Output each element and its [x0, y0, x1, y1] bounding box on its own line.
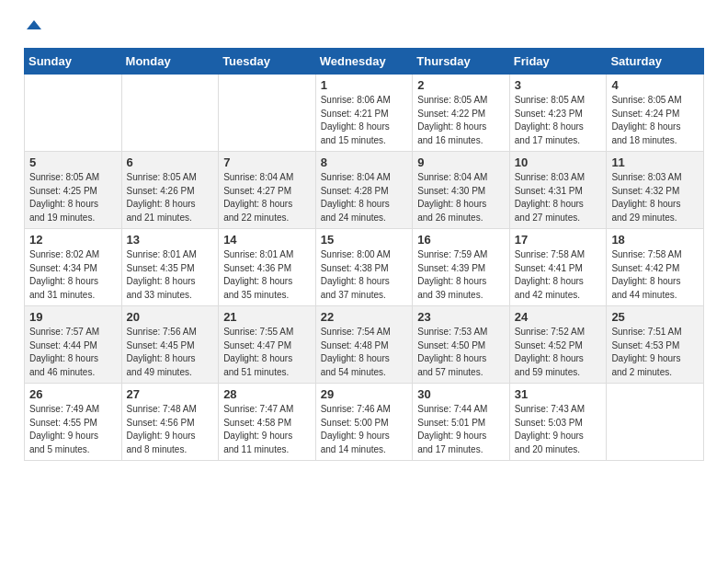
day-number: 31	[515, 387, 602, 401]
calendar-cell	[121, 75, 219, 152]
day-number: 30	[417, 387, 505, 401]
day-info: Sunrise: 7:44 AM Sunset: 5:01 PM Dayligh…	[417, 403, 505, 456]
calendar-cell: 8Sunrise: 8:04 AM Sunset: 4:28 PM Daylig…	[315, 152, 413, 229]
calendar-cell	[219, 75, 316, 152]
day-info: Sunrise: 8:03 AM Sunset: 4:32 PM Dayligh…	[611, 171, 699, 224]
day-number: 10	[515, 155, 602, 169]
calendar-cell: 27Sunrise: 7:48 AM Sunset: 4:56 PM Dayli…	[121, 384, 219, 461]
calendar-cell: 17Sunrise: 7:58 AM Sunset: 4:41 PM Dayli…	[509, 229, 607, 306]
day-info: Sunrise: 8:05 AM Sunset: 4:26 PM Dayligh…	[127, 171, 214, 224]
day-number: 4	[611, 78, 699, 92]
calendar-header-row: SundayMondayTuesdayWednesdayThursdayFrid…	[25, 49, 704, 75]
calendar-table: SundayMondayTuesdayWednesdayThursdayFrid…	[24, 48, 704, 461]
calendar-week-row: 12Sunrise: 8:02 AM Sunset: 4:34 PM Dayli…	[25, 229, 704, 306]
calendar-cell: 2Sunrise: 8:05 AM Sunset: 4:22 PM Daylig…	[413, 75, 510, 152]
day-info: Sunrise: 8:03 AM Sunset: 4:31 PM Dayligh…	[515, 171, 602, 224]
calendar-week-row: 5Sunrise: 8:05 AM Sunset: 4:25 PM Daylig…	[25, 152, 704, 229]
day-info: Sunrise: 7:43 AM Sunset: 5:03 PM Dayligh…	[515, 403, 602, 456]
day-info: Sunrise: 8:02 AM Sunset: 4:34 PM Dayligh…	[29, 248, 117, 302]
calendar-cell: 31Sunrise: 7:43 AM Sunset: 5:03 PM Dayli…	[509, 384, 607, 461]
calendar-cell: 4Sunrise: 8:05 AM Sunset: 4:24 PM Daylig…	[607, 75, 704, 152]
calendar-cell: 30Sunrise: 7:44 AM Sunset: 5:01 PM Dayli…	[413, 384, 510, 461]
day-number: 26	[29, 387, 117, 401]
calendar-cell	[25, 75, 122, 152]
day-info: Sunrise: 8:01 AM Sunset: 4:35 PM Dayligh…	[127, 248, 214, 302]
day-number: 1	[321, 78, 408, 92]
weekday-header: Friday	[509, 49, 607, 75]
calendar-cell: 10Sunrise: 8:03 AM Sunset: 4:31 PM Dayli…	[509, 152, 607, 229]
calendar-cell: 29Sunrise: 7:46 AM Sunset: 5:00 PM Dayli…	[315, 384, 413, 461]
day-info: Sunrise: 7:54 AM Sunset: 4:48 PM Dayligh…	[321, 326, 408, 379]
calendar-week-row: 19Sunrise: 7:57 AM Sunset: 4:44 PM Dayli…	[25, 306, 704, 384]
day-info: Sunrise: 8:05 AM Sunset: 4:22 PM Dayligh…	[417, 94, 505, 147]
day-number: 29	[321, 387, 408, 401]
day-info: Sunrise: 7:58 AM Sunset: 4:42 PM Dayligh…	[611, 248, 699, 302]
day-info: Sunrise: 7:48 AM Sunset: 4:56 PM Dayligh…	[127, 403, 214, 456]
page-header	[9, 9, 719, 48]
calendar-week-row: 1Sunrise: 8:06 AM Sunset: 4:21 PM Daylig…	[25, 75, 704, 152]
day-number: 7	[223, 155, 311, 169]
day-number: 15	[321, 233, 408, 247]
day-number: 16	[417, 233, 505, 247]
weekday-header: Thursday	[413, 49, 510, 75]
day-number: 14	[223, 233, 311, 247]
day-info: Sunrise: 8:06 AM Sunset: 4:21 PM Dayligh…	[321, 94, 408, 147]
logo-icon	[25, 18, 43, 37]
day-number: 24	[515, 310, 602, 324]
day-number: 13	[127, 233, 214, 247]
day-number: 22	[321, 310, 408, 324]
day-number: 25	[611, 310, 699, 324]
day-info: Sunrise: 8:05 AM Sunset: 4:24 PM Dayligh…	[611, 94, 699, 147]
weekday-header: Monday	[121, 49, 219, 75]
day-info: Sunrise: 7:59 AM Sunset: 4:39 PM Dayligh…	[417, 248, 505, 302]
calendar-cell: 13Sunrise: 8:01 AM Sunset: 4:35 PM Dayli…	[121, 229, 219, 306]
calendar-cell	[607, 384, 704, 461]
calendar-cell: 7Sunrise: 8:04 AM Sunset: 4:27 PM Daylig…	[219, 152, 316, 229]
day-info: Sunrise: 7:56 AM Sunset: 4:45 PM Dayligh…	[127, 326, 214, 379]
day-info: Sunrise: 8:04 AM Sunset: 4:27 PM Dayligh…	[223, 171, 311, 224]
day-info: Sunrise: 7:47 AM Sunset: 4:58 PM Dayligh…	[223, 403, 311, 456]
calendar-cell: 26Sunrise: 7:49 AM Sunset: 4:55 PM Dayli…	[25, 384, 122, 461]
day-number: 27	[127, 387, 214, 401]
calendar-cell: 6Sunrise: 8:05 AM Sunset: 4:26 PM Daylig…	[121, 152, 219, 229]
logo	[23, 18, 43, 40]
day-info: Sunrise: 7:55 AM Sunset: 4:47 PM Dayligh…	[223, 326, 311, 379]
weekday-header: Sunday	[25, 49, 122, 75]
day-number: 12	[29, 233, 117, 247]
calendar-cell: 15Sunrise: 8:00 AM Sunset: 4:38 PM Dayli…	[315, 229, 413, 306]
day-number: 11	[611, 155, 699, 169]
day-info: Sunrise: 7:51 AM Sunset: 4:53 PM Dayligh…	[611, 326, 699, 379]
calendar-cell: 28Sunrise: 7:47 AM Sunset: 4:58 PM Dayli…	[219, 384, 316, 461]
calendar-cell: 19Sunrise: 7:57 AM Sunset: 4:44 PM Dayli…	[25, 306, 122, 384]
calendar-cell: 5Sunrise: 8:05 AM Sunset: 4:25 PM Daylig…	[25, 152, 122, 229]
day-number: 2	[417, 78, 505, 92]
day-info: Sunrise: 7:58 AM Sunset: 4:41 PM Dayligh…	[515, 248, 602, 302]
day-info: Sunrise: 7:52 AM Sunset: 4:52 PM Dayligh…	[515, 326, 602, 379]
calendar-cell: 14Sunrise: 8:01 AM Sunset: 4:36 PM Dayli…	[219, 229, 316, 306]
day-number: 23	[417, 310, 505, 324]
day-info: Sunrise: 7:49 AM Sunset: 4:55 PM Dayligh…	[29, 403, 117, 456]
day-number: 21	[223, 310, 311, 324]
day-info: Sunrise: 7:57 AM Sunset: 4:44 PM Dayligh…	[29, 326, 117, 379]
day-info: Sunrise: 7:53 AM Sunset: 4:50 PM Dayligh…	[417, 326, 505, 379]
day-info: Sunrise: 8:05 AM Sunset: 4:23 PM Dayligh…	[515, 94, 602, 147]
weekday-header: Saturday	[607, 49, 704, 75]
calendar-cell: 24Sunrise: 7:52 AM Sunset: 4:52 PM Dayli…	[509, 306, 607, 384]
svg-marker-0	[27, 20, 41, 29]
day-number: 19	[29, 310, 117, 324]
day-number: 20	[127, 310, 214, 324]
calendar-cell: 20Sunrise: 7:56 AM Sunset: 4:45 PM Dayli…	[121, 306, 219, 384]
day-info: Sunrise: 8:01 AM Sunset: 4:36 PM Dayligh…	[223, 248, 311, 302]
day-info: Sunrise: 8:05 AM Sunset: 4:25 PM Dayligh…	[29, 171, 117, 224]
calendar-cell: 1Sunrise: 8:06 AM Sunset: 4:21 PM Daylig…	[315, 75, 413, 152]
day-number: 5	[29, 155, 117, 169]
day-info: Sunrise: 8:00 AM Sunset: 4:38 PM Dayligh…	[321, 248, 408, 302]
day-info: Sunrise: 8:04 AM Sunset: 4:30 PM Dayligh…	[417, 171, 505, 224]
weekday-header: Tuesday	[219, 49, 316, 75]
calendar-cell: 16Sunrise: 7:59 AM Sunset: 4:39 PM Dayli…	[413, 229, 510, 306]
calendar-week-row: 26Sunrise: 7:49 AM Sunset: 4:55 PM Dayli…	[25, 384, 704, 461]
day-number: 8	[321, 155, 408, 169]
day-number: 28	[223, 387, 311, 401]
calendar-cell: 12Sunrise: 8:02 AM Sunset: 4:34 PM Dayli…	[25, 229, 122, 306]
calendar-cell: 9Sunrise: 8:04 AM Sunset: 4:30 PM Daylig…	[413, 152, 510, 229]
